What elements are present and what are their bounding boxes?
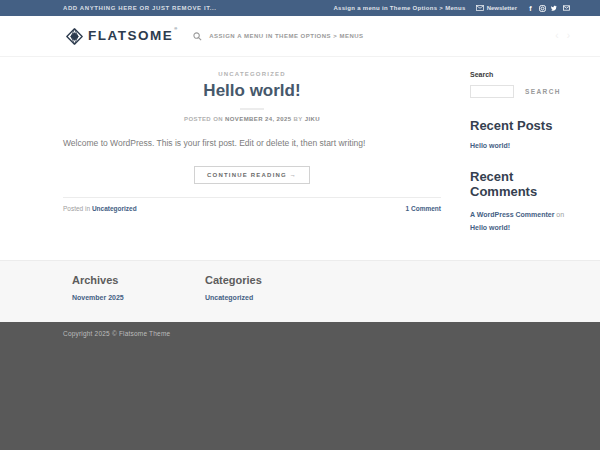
absolute-footer: Copyright 2025 © Flatsome Theme [0,322,600,450]
search-input[interactable] [470,85,514,98]
posted-in: Posted in Uncategorized [63,205,137,212]
recent-comment-entry: A WordPress Commenter on Hello world! [470,208,575,235]
archive-month-link[interactable]: November 2025 [72,294,205,301]
post-article: UNCATEGORIZED Hello world! POSTED ON NOV… [63,71,441,260]
site-logo[interactable]: FLATSOME ® [66,28,177,45]
post-category-label[interactable]: UNCATEGORIZED [63,71,441,77]
archives-title: Archives [72,274,205,286]
next-arrow-icon[interactable]: › [567,31,570,41]
newsletter-label: Newsletter [487,5,517,11]
recent-posts-title: Recent Posts [470,118,575,133]
topbar-message: ADD ANYTHING HERE OR JUST REMOVE IT... [63,5,217,11]
logo-text: FLATSOME [88,28,173,44]
social-icons: f [527,5,570,12]
post-excerpt: Welcome to WordPress. This is your first… [63,138,441,150]
recent-comments-title: Recent Comments [470,169,575,199]
post-date-link[interactable]: NOVEMBER 24, 2025 [225,116,292,122]
main-content: UNCATEGORIZED Hello world! POSTED ON NOV… [0,57,600,260]
copyright-text: Copyright 2025 © Flatsome Theme [63,330,600,337]
footer-widgets: Archives November 2025 Categories Uncate… [0,260,600,322]
commented-post-link[interactable]: Hello world! [470,224,510,231]
prev-arrow-icon[interactable]: ‹ [555,31,558,41]
sidebar: Search SEARCH Recent Posts Hello world! … [470,71,575,260]
meta-by: BY [292,116,305,122]
registered-mark: ® [174,26,177,31]
header-right-controls: ‹ › [555,31,570,41]
facebook-icon[interactable]: f [527,5,534,12]
search-icon[interactable] [193,32,202,41]
search-submit-button[interactable]: SEARCH [525,88,561,95]
post-header: UNCATEGORIZED Hello world! POSTED ON NOV… [63,71,441,122]
title-divider [240,108,264,110]
category-footer-link[interactable]: Uncategorized [205,294,338,301]
newsletter-link[interactable]: Newsletter [476,5,517,11]
continue-reading-row: CONTINUE READING → [63,163,441,184]
envelope-icon [476,5,484,11]
categories-widget: Categories Uncategorized [205,274,338,322]
topbar-right: Assign a menu in Theme Options > Menus N… [333,5,570,12]
email-icon[interactable] [563,5,570,12]
posted-in-label: Posted in [63,205,92,212]
post-meta: POSTED ON NOVEMBER 24, 2025 BY JIKU [63,116,441,122]
comment-on-label: on [554,211,564,218]
comments-count-link[interactable]: 1 Comment [406,205,441,212]
post-category-footer-link[interactable]: Uncategorized [92,205,137,212]
post-footer: Posted in Uncategorized 1 Comment [63,197,441,212]
instagram-icon[interactable] [539,5,546,12]
flatsome-gem-icon [66,28,83,45]
meta-prefix: POSTED ON [184,116,225,122]
header-menu-notice[interactable]: ASSIGN A MENU IN THEME OPTIONS > MENUS [209,33,363,39]
header-nav: ASSIGN A MENU IN THEME OPTIONS > MENUS [193,32,363,41]
recent-post-link[interactable]: Hello world! [470,142,575,149]
search-form: SEARCH [470,85,575,98]
site-header: FLATSOME ® ASSIGN A MENU IN THEME OPTION… [0,16,600,57]
post-author-link[interactable]: JIKU [305,116,320,122]
post-title-link[interactable]: Hello world! [63,81,441,101]
topbar-menu-notice[interactable]: Assign a menu in Theme Options > Menus [333,5,465,11]
archives-widget: Archives November 2025 [72,274,205,322]
search-widget-title: Search [470,71,575,78]
continue-reading-button[interactable]: CONTINUE READING → [194,166,310,184]
twitter-icon[interactable] [551,5,558,12]
categories-title: Categories [205,274,338,286]
top-bar: ADD ANYTHING HERE OR JUST REMOVE IT... A… [0,0,600,16]
commenter-link[interactable]: A WordPress Commenter [470,211,554,218]
